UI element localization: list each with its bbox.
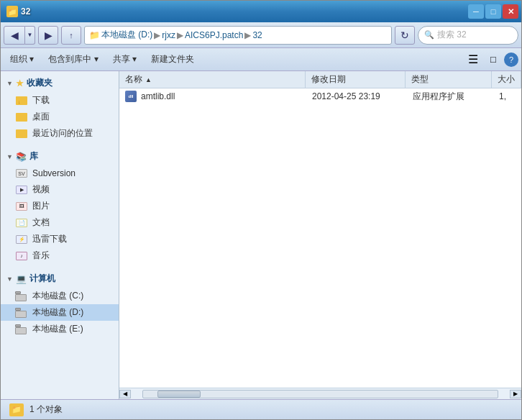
drive-d-label: 本地磁盘 (D:) [32,306,83,319]
libraries-header[interactable]: ▼ 📚 库 [1,147,119,165]
images-label: 图片 [32,200,50,212]
scrollbar-track[interactable] [142,390,498,398]
favorites-header[interactable]: ▼ ★ 收藏夹 [1,74,119,92]
sidebar-item-images[interactable]: 🖼 图片 [1,198,119,214]
path-segment-4[interactable]: 32 [252,30,262,40]
h-scrollbar[interactable]: ◀ ▶ [119,388,521,399]
images-icon: 🖼 [15,201,28,212]
sidebar-item-drive-c[interactable]: 本地磁盘 (C:) [1,288,119,304]
status-folder-icon: 📁 [9,403,24,416]
include-library-button[interactable]: 包含到库中 ▾ [42,50,104,69]
path-folder-icon: 📁 [89,30,100,40]
desktop-label: 桌面 [32,111,50,123]
file-size-cell: 1, [493,88,521,104]
close-button[interactable]: ✕ [503,4,518,19]
file-date-cell: 2012-04-25 23:19 [306,88,407,104]
status-bar: 📁 1 个对象 [1,399,521,419]
file-name-cell: dll amtlib.dll [119,88,306,104]
computer-header[interactable]: ▼ 💻 计算机 [1,270,119,288]
desktop-icon [15,111,28,123]
nav-buttons: ◀ ▼ [4,26,35,45]
recent-label: 最近访问的位置 [32,127,93,140]
sidebar-item-desktop[interactable]: 桌面 [1,109,119,125]
up-button[interactable]: ↑ [61,26,81,45]
new-folder-button[interactable]: 新建文件夹 [145,50,201,69]
computer-icon: 💻 [16,274,27,284]
sidebar-item-drive-d[interactable]: 本地磁盘 (D:) [1,304,119,321]
forward-button[interactable]: ▶ [38,26,58,45]
maximize-button[interactable]: □ [485,4,501,19]
computer-chevron: ▼ [6,275,13,283]
scroll-left-button[interactable]: ◀ [119,390,131,398]
subversion-label: Subversion [32,168,75,178]
title-bar-controls: ─ □ ✕ [468,4,518,19]
dll-icon: dll [125,91,137,102]
address-bar: ◀ ▼ ▶ ↑ 📁 本地磁盘 (D:) ▶ rjxz ▶ AICS6PJ.pat… [1,22,521,48]
sort-icon: ▲ [145,76,152,83]
sidebar-item-video[interactable]: ▶ 视频 [1,181,119,198]
sidebar-item-recent[interactable]: 最近访问的位置 [1,125,119,142]
main-content: ▼ ★ 收藏夹 ↓ 下载 [1,71,521,399]
music-label: 音乐 [32,250,50,262]
search-placeholder: 搜索 32 [437,29,467,41]
sidebar-item-music[interactable]: ♪ 音乐 [1,247,119,264]
libraries-label: 库 [29,150,38,163]
path-sep-1: ▶ [154,30,160,40]
favorites-label: 收藏夹 [27,77,52,89]
path-segment-2[interactable]: rjxz [162,30,175,40]
preview-button[interactable]: □ [484,51,503,68]
path-segment-3[interactable]: AICS6PJ.patch [185,30,243,40]
explorer-window: 📁 32 ─ □ ✕ ◀ ▼ ▶ ↑ 📁 本地磁盘 (D:) ▶ rjxz ▶ [0,0,522,420]
drive-c-icon [15,291,28,302]
address-path[interactable]: 📁 本地磁盘 (D:) ▶ rjxz ▶ AICS6PJ.patch ▶ 32 [84,26,392,45]
sidebar-section-libraries: ▼ 📚 库 SV Subversion ▶ 视频 [1,147,119,264]
share-button[interactable]: 共享 ▾ [106,50,143,69]
refresh-button[interactable]: ↻ [395,26,415,45]
status-text: 1 个对象 [29,403,63,416]
favorites-star-icon: ★ [16,78,24,88]
docs-icon: 📄 [15,217,28,229]
sidebar-item-downloads[interactable]: ↓ 下载 [1,92,119,109]
path-segment-1[interactable]: 📁 本地磁盘 (D:) [89,29,152,41]
thunder-label: 迅雷下载 [32,233,67,245]
title-bar-left: 📁 32 [6,6,30,17]
recent-icon [15,128,28,140]
file-type-cell: 应用程序扩展 [407,88,493,104]
path-sep-2: ▶ [177,30,183,40]
video-icon: ▶ [15,184,28,196]
table-row[interactable]: dll amtlib.dll 2012-04-25 23:19 应用程序扩展 1… [119,88,521,104]
help-button[interactable]: ? [504,52,518,67]
toolbar: 组织 ▾ 包含到库中 ▾ 共享 ▾ 新建文件夹 ☰ □ ? [1,48,521,71]
file-panel: 名称 ▲ 修改日期 类型 大小 dll amtlib.dll 2012-04-2… [119,71,521,399]
back-button[interactable]: ◀ [4,26,25,45]
organize-button[interactable]: 组织 ▾ [4,50,40,69]
col-header-size[interactable]: 大小 [492,71,521,88]
col-header-name[interactable]: 名称 ▲ [119,71,306,88]
drive-e-label: 本地磁盘 (E:) [32,323,83,335]
col-header-type[interactable]: 类型 [406,71,492,88]
computer-label: 计算机 [29,273,55,285]
back-dropdown[interactable]: ▼ [25,26,35,45]
sidebar-item-thunder[interactable]: ⚡ 迅雷下载 [1,231,119,247]
drive-e-icon [15,324,28,335]
sidebar-section-favorites: ▼ ★ 收藏夹 ↓ 下载 [1,74,119,142]
sidebar: ▼ ★ 收藏夹 ↓ 下载 [1,71,119,399]
sidebar-item-subversion[interactable]: SV Subversion [1,165,119,181]
search-icon: 🔍 [424,30,434,40]
sidebar-item-docs[interactable]: 📄 文档 [1,214,119,231]
sidebar-item-drive-e[interactable]: 本地磁盘 (E:) [1,321,119,337]
title-bar: 📁 32 ─ □ ✕ [1,1,521,22]
libraries-chevron: ▼ [6,153,13,160]
docs-label: 文档 [32,216,50,229]
scroll-right-button[interactable]: ▶ [510,390,521,398]
col-header-date[interactable]: 修改日期 [306,71,406,88]
downloads-icon: ↓ [15,95,28,106]
file-list-body: dll amtlib.dll 2012-04-25 23:19 应用程序扩展 1… [119,88,521,388]
music-icon: ♪ [15,250,28,262]
scrollbar-thumb[interactable] [157,391,201,398]
search-box[interactable]: 🔍 搜索 32 [418,26,518,45]
downloads-label: 下载 [32,94,50,106]
view-button[interactable]: ☰ [464,51,482,68]
drive-d-icon [15,307,28,319]
minimize-button[interactable]: ─ [468,4,484,19]
